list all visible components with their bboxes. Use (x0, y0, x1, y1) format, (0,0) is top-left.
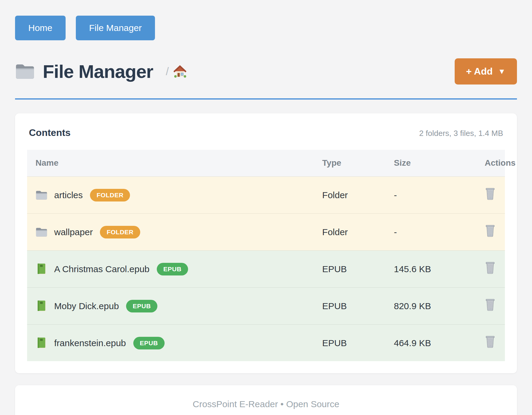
column-header-name: Name (27, 150, 314, 177)
contents-summary: 2 folders, 3 files, 1.4 MB (419, 129, 503, 138)
file-name[interactable]: frankenstein.epub (54, 338, 126, 348)
trash-icon (485, 188, 496, 200)
title-group: File Manager / (15, 61, 187, 82)
type-badge: EPUB (157, 263, 188, 275)
title-divider (15, 98, 517, 100)
breadcrumb-separator: / (166, 65, 169, 78)
trash-icon (485, 225, 496, 237)
footer-text: CrossPoint E-Reader • Open Source (193, 399, 339, 409)
delete-button[interactable] (485, 262, 496, 274)
file-name[interactable]: articles (54, 190, 83, 200)
breadcrumb: / (166, 65, 187, 78)
caret-down-icon: ▼ (498, 68, 506, 75)
type-cell: Folder (314, 177, 385, 214)
file-table: Name Type Size Actions (27, 150, 505, 361)
size-cell: 464.9 KB (385, 324, 476, 361)
nav-button-file-manager[interactable]: File Manager (76, 16, 155, 40)
table-body: articles FOLDER Folder - (27, 177, 505, 361)
folder-icon (36, 226, 48, 238)
trash-icon (485, 262, 496, 274)
page: Home File Manager File Manager / (0, 0, 532, 415)
folder-icon (15, 63, 35, 80)
table-row[interactable]: Moby Dick.epub EPUB EPUB 820.9 KB (27, 287, 505, 324)
card-title: Contents (29, 127, 71, 138)
trash-icon (485, 299, 496, 311)
folder-icon (36, 189, 48, 201)
table-row[interactable]: A Christmas Carol.epub EPUB EPUB 145.6 K… (27, 251, 505, 287)
name-cell: articles FOLDER (36, 189, 305, 201)
table-row[interactable]: frankenstein.epub EPUB EPUB 464.9 KB (27, 324, 505, 361)
size-cell: 820.9 KB (385, 287, 476, 324)
table-row[interactable]: articles FOLDER Folder - (27, 177, 505, 214)
contents-card: Contents 2 folders, 3 files, 1.4 MB Name… (15, 113, 517, 373)
type-cell: EPUB (314, 324, 385, 361)
column-header-size: Size (385, 150, 476, 177)
delete-button[interactable] (485, 299, 496, 311)
book-icon (36, 300, 48, 312)
column-header-actions: Actions (476, 150, 505, 177)
book-icon (36, 337, 48, 349)
column-header-type: Type (314, 150, 385, 177)
name-cell: frankenstein.epub EPUB (36, 337, 305, 349)
type-badge: FOLDER (90, 189, 130, 201)
name-cell: wallpaper FOLDER (36, 226, 305, 238)
type-cell: Folder (314, 214, 385, 251)
type-cell: EPUB (314, 287, 385, 324)
type-cell: EPUB (314, 251, 385, 287)
page-title: File Manager (43, 61, 153, 82)
size-cell: 145.6 KB (385, 251, 476, 287)
table-row[interactable]: wallpaper FOLDER Folder - (27, 214, 505, 251)
file-name[interactable]: A Christmas Carol.epub (54, 264, 150, 274)
footer: CrossPoint E-Reader • Open Source (15, 385, 517, 415)
name-cell: Moby Dick.epub EPUB (36, 300, 305, 312)
type-badge: EPUB (126, 300, 157, 312)
size-cell: - (385, 177, 476, 214)
name-cell: A Christmas Carol.epub EPUB (36, 263, 305, 275)
file-name[interactable]: wallpaper (54, 227, 93, 237)
card-header: Contents 2 folders, 3 files, 1.4 MB (27, 127, 505, 138)
size-cell: - (385, 214, 476, 251)
delete-button[interactable] (485, 336, 496, 348)
delete-button[interactable] (485, 225, 496, 237)
breadcrumb-home[interactable] (173, 65, 187, 78)
type-badge: EPUB (133, 337, 165, 349)
table-head: Name Type Size Actions (27, 150, 505, 177)
nav-button-home[interactable]: Home (15, 16, 66, 40)
book-icon (36, 263, 48, 275)
trash-icon (485, 336, 496, 348)
title-row: File Manager / (15, 58, 517, 85)
file-name[interactable]: Moby Dick.epub (54, 301, 119, 311)
add-button-label: + Add (466, 66, 493, 77)
delete-button[interactable] (485, 188, 496, 200)
top-nav: Home File Manager (15, 16, 517, 40)
add-button[interactable]: + Add ▼ (455, 58, 517, 85)
type-badge: FOLDER (100, 226, 140, 238)
house-icon (173, 65, 187, 78)
